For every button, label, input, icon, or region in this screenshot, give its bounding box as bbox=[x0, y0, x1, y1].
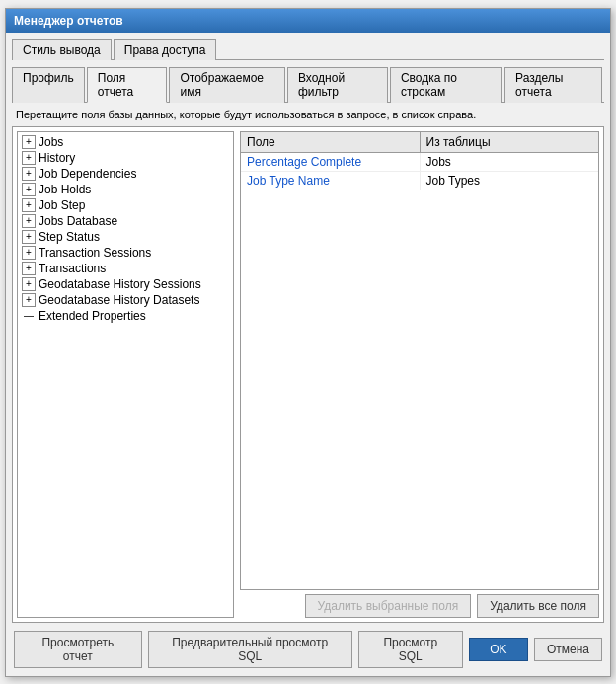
expander-transactions[interactable]: + bbox=[22, 262, 36, 275]
tab-row-2: Профиль Поля отчета Отображаемое имя Вхо… bbox=[12, 66, 604, 103]
tree-item-geo-hist-sess[interactable]: + Geodatabase History Sessions bbox=[20, 276, 231, 292]
col-field: Поле bbox=[241, 132, 421, 152]
tree-item-step-status[interactable]: + Step Status bbox=[20, 229, 231, 245]
tab-sections[interactable]: Разделы отчета bbox=[504, 67, 602, 103]
preview-report-button[interactable]: Просмотреть отчет bbox=[14, 631, 142, 668]
expander-geo-hist-sess[interactable]: + bbox=[22, 277, 36, 291]
tab-row-1: Стиль вывода Права доступа bbox=[12, 38, 604, 60]
content-area: + Jobs + History + Job Dependencies + Jo… bbox=[12, 126, 604, 623]
remove-selected-button[interactable]: Удалить выбранные поля bbox=[305, 594, 472, 618]
tree-label-jobs-db: Jobs Database bbox=[38, 214, 117, 228]
tree-label-job-deps: Job Dependencies bbox=[38, 167, 136, 181]
tree-item-jobs-db[interactable]: + Jobs Database bbox=[20, 213, 231, 229]
tree-item-job-deps[interactable]: + Job Dependencies bbox=[20, 166, 231, 182]
expander-trans-sessions[interactable]: + bbox=[22, 246, 36, 260]
table-header: Поле Из таблицы bbox=[241, 132, 598, 153]
tree-item-history[interactable]: + History bbox=[20, 150, 231, 166]
bottom-right-buttons: OK Отмена bbox=[469, 638, 602, 661]
bottom-buttons: Просмотреть отчет Предварительный просмо… bbox=[12, 627, 604, 670]
tree-label-step-status: Step Status bbox=[38, 230, 100, 244]
tab-access[interactable]: Права доступа bbox=[114, 39, 217, 60]
tree-label-ext-props: Extended Properties bbox=[38, 309, 146, 323]
main-window: Менеджер отчетов Стиль вывода Права дост… bbox=[5, 8, 611, 677]
preview-sql-button[interactable]: Предварительный просмотр SQL bbox=[148, 631, 352, 668]
cell-field-1: Job Type Name bbox=[241, 172, 421, 190]
cell-field-0: Percentage Complete bbox=[241, 153, 421, 171]
tree-item-geo-hist-data[interactable]: + Geodatabase History Datasets bbox=[20, 292, 231, 308]
tab-filter[interactable]: Входной фильтр bbox=[287, 67, 388, 103]
expander-history[interactable]: + bbox=[22, 151, 36, 165]
bottom-left-buttons: Просмотреть отчет Предварительный просмо… bbox=[14, 631, 463, 668]
expander-job-step[interactable]: + bbox=[22, 198, 36, 212]
window-title: Менеджер отчетов bbox=[14, 14, 123, 28]
fields-table: Поле Из таблицы Percentage Complete Jobs… bbox=[240, 131, 599, 590]
tree-label-job-holds: Job Holds bbox=[38, 183, 91, 196]
remove-all-button[interactable]: Удалить все поля bbox=[477, 594, 599, 618]
expander-job-deps[interactable]: + bbox=[22, 167, 36, 181]
expander-geo-hist-data[interactable]: + bbox=[22, 293, 36, 307]
cell-table-1: Job Types bbox=[421, 172, 599, 190]
tree-label-job-step: Job Step bbox=[38, 198, 85, 212]
expander-step-status[interactable]: + bbox=[22, 230, 36, 244]
hint-text: Перетащите поля базы данных, которые буд… bbox=[12, 107, 604, 122]
tree-label-jobs: Jobs bbox=[38, 135, 63, 149]
title-bar: Менеджер отчетов bbox=[6, 9, 610, 33]
table-row[interactable]: Percentage Complete Jobs bbox=[241, 153, 598, 172]
view-sql-button[interactable]: Просмотр SQL bbox=[358, 631, 463, 668]
tree-label-transactions: Transactions bbox=[38, 262, 106, 275]
tab-summary[interactable]: Сводка по строкам bbox=[390, 67, 502, 103]
expander-jobs-db[interactable]: + bbox=[22, 214, 36, 228]
tree-label-history: History bbox=[38, 151, 75, 165]
expander-job-holds[interactable]: + bbox=[22, 183, 36, 196]
tree-item-job-step[interactable]: + Job Step bbox=[20, 197, 231, 213]
tree-label-geo-hist-sess: Geodatabase History Sessions bbox=[38, 277, 201, 291]
tree-item-jobs[interactable]: + Jobs bbox=[20, 134, 231, 150]
tree-item-job-holds[interactable]: + Job Holds bbox=[20, 182, 231, 197]
table-body: Percentage Complete Jobs Job Type Name J… bbox=[241, 153, 598, 190]
tab-fields[interactable]: Поля отчета bbox=[87, 67, 168, 103]
dash-ext-props: — bbox=[22, 309, 36, 323]
tree-item-trans-sessions[interactable]: + Transaction Sessions bbox=[20, 245, 231, 261]
tab-display-name[interactable]: Отображаемое имя bbox=[169, 67, 284, 103]
right-panel: Поле Из таблицы Percentage Complete Jobs… bbox=[240, 131, 599, 618]
tree-item-transactions[interactable]: + Transactions bbox=[20, 261, 231, 276]
tree-label-trans-sessions: Transaction Sessions bbox=[38, 246, 151, 260]
tree-label-geo-hist-data: Geodatabase History Datasets bbox=[38, 293, 199, 307]
tab-profile[interactable]: Профиль bbox=[12, 67, 85, 103]
tree-item-ext-props[interactable]: — Extended Properties bbox=[20, 308, 231, 324]
window-body: Стиль вывода Права доступа Профиль Поля … bbox=[6, 33, 610, 676]
right-buttons: Удалить выбранные поля Удалить все поля bbox=[240, 594, 599, 618]
tab-style[interactable]: Стиль вывода bbox=[12, 39, 112, 60]
table-row[interactable]: Job Type Name Job Types bbox=[241, 172, 598, 190]
cell-table-0: Jobs bbox=[421, 153, 599, 171]
col-from-table: Из таблицы bbox=[421, 132, 599, 152]
tree-panel[interactable]: + Jobs + History + Job Dependencies + Jo… bbox=[17, 131, 234, 618]
ok-button[interactable]: OK bbox=[469, 638, 528, 661]
cancel-button[interactable]: Отмена bbox=[534, 638, 602, 661]
expander-jobs[interactable]: + bbox=[22, 135, 36, 149]
